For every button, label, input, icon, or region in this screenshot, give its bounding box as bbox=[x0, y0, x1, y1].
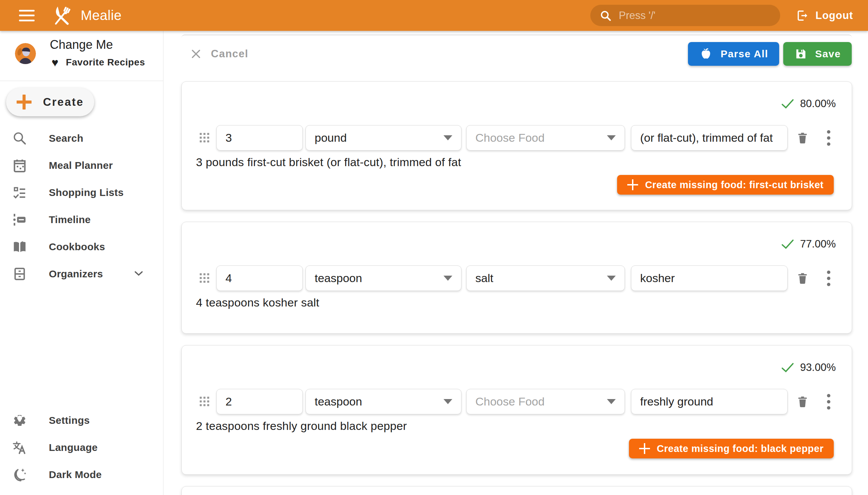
dropdown-arrow-icon bbox=[443, 399, 452, 404]
chevron-down-icon bbox=[132, 267, 146, 281]
cancel-label: Cancel bbox=[211, 48, 249, 60]
unit-select[interactable]: teaspoon bbox=[306, 266, 461, 291]
logout-icon bbox=[796, 9, 809, 22]
note-input[interactable] bbox=[631, 125, 788, 151]
search-icon bbox=[599, 9, 612, 22]
sidebar-item-label: Shopping Lists bbox=[49, 187, 124, 198]
drag-handle-icon[interactable] bbox=[200, 133, 208, 143]
delete-ingredient-button[interactable] bbox=[795, 129, 810, 147]
dropdown-arrow-icon bbox=[607, 135, 616, 140]
floppy-disk-icon bbox=[794, 47, 807, 61]
sidebar-item-shopping-lists[interactable]: Shopping Lists bbox=[0, 179, 163, 206]
favorite-recipes-label: Favorite Recipes bbox=[66, 57, 145, 68]
sidebar-item-label: Meal Planner bbox=[49, 160, 113, 171]
trash-icon bbox=[796, 271, 809, 286]
content-sheet-top-edge bbox=[182, 35, 852, 38]
user-avatar[interactable] bbox=[15, 43, 36, 64]
create-button[interactable]: Create bbox=[6, 88, 94, 116]
sidebar-item-label: Timeline bbox=[49, 214, 91, 225]
fork-knife-logo-icon bbox=[51, 5, 72, 27]
sidebar-item-label: Language bbox=[49, 442, 98, 453]
note-input[interactable] bbox=[631, 389, 788, 414]
parse-all-button[interactable]: Parse All bbox=[688, 42, 779, 66]
sidebar-item-language[interactable]: Language bbox=[0, 434, 163, 461]
food-value: Choose Food bbox=[475, 131, 545, 144]
kebab-dots-icon bbox=[827, 394, 830, 397]
unit-select[interactable]: teaspoon bbox=[306, 389, 461, 414]
check-icon bbox=[781, 97, 795, 111]
sidebar-item-organizers[interactable]: Organizers bbox=[0, 260, 163, 288]
create-button-label: Create bbox=[43, 96, 84, 108]
confidence-value: 93.00% bbox=[800, 361, 836, 374]
check-icon bbox=[781, 237, 795, 251]
food-select[interactable]: Choose Food bbox=[466, 125, 625, 151]
delete-ingredient-button[interactable] bbox=[795, 393, 810, 411]
sidebar-item-search[interactable]: Search bbox=[0, 125, 163, 152]
ingredient-fields-row: teaspoon Choose Food bbox=[182, 389, 852, 414]
drag-handle-icon[interactable] bbox=[200, 273, 208, 284]
food-select[interactable]: salt bbox=[466, 266, 625, 291]
ingredient-card-partial bbox=[182, 486, 852, 495]
save-button[interactable]: Save bbox=[783, 42, 852, 66]
sidebar-item-timeline[interactable]: Timeline bbox=[0, 206, 163, 233]
heart-icon: ♥ bbox=[52, 57, 58, 68]
app-title: Mealie bbox=[81, 8, 122, 23]
sidebar-item-label: Search bbox=[49, 133, 83, 144]
ingredient-menu-button[interactable] bbox=[823, 129, 834, 147]
sidebar-item-dark-mode[interactable]: Dark Mode bbox=[0, 461, 163, 488]
sidebar-item-meal-planner[interactable]: Meal Planner bbox=[0, 152, 163, 179]
trash-icon bbox=[796, 130, 809, 146]
ingredient-card: 93.00% teaspoon Choose Food 2 teaspoons … bbox=[182, 345, 852, 475]
user-name: Change Me bbox=[50, 38, 113, 52]
ingredient-menu-button[interactable] bbox=[823, 393, 834, 411]
confidence-badge: 80.00% bbox=[781, 97, 836, 111]
ingredient-menu-button[interactable] bbox=[823, 270, 834, 287]
logout-button[interactable]: Logout bbox=[796, 9, 853, 22]
close-x-icon bbox=[190, 48, 202, 60]
sidebar-item-label: Dark Mode bbox=[49, 469, 102, 480]
plus-icon bbox=[17, 95, 32, 109]
confidence-badge: 77.00% bbox=[781, 237, 836, 251]
delete-ingredient-button[interactable] bbox=[795, 270, 810, 287]
search-input[interactable] bbox=[619, 10, 771, 22]
sidebar-item-settings[interactable]: Settings bbox=[0, 407, 163, 434]
unit-select[interactable]: pound bbox=[306, 125, 461, 151]
kebab-dots-icon bbox=[827, 130, 830, 134]
create-missing-food-label: Create missing food: black pepper bbox=[657, 443, 823, 454]
food-select[interactable]: Choose Food bbox=[466, 389, 625, 414]
quantity-input[interactable] bbox=[216, 389, 303, 414]
sidebar-item-label: Cookbooks bbox=[49, 241, 105, 253]
hamburger-menu-icon[interactable] bbox=[19, 10, 35, 21]
sidebar-item-label: Settings bbox=[49, 415, 90, 426]
favorite-recipes-link[interactable]: ♥ Favorite Recipes bbox=[52, 57, 145, 68]
cancel-button[interactable]: Cancel bbox=[190, 48, 249, 60]
create-missing-food-button[interactable]: Create missing food: first-cut brisket bbox=[617, 175, 834, 194]
timeline-icon bbox=[12, 211, 28, 228]
original-ingredient-text: 2 teaspoons freshly ground black pepper bbox=[196, 420, 407, 433]
trash-icon bbox=[796, 394, 809, 410]
checklist-icon bbox=[12, 185, 28, 201]
quantity-input[interactable] bbox=[216, 266, 303, 291]
file-cabinet-icon bbox=[12, 266, 28, 282]
sidebar-user-block: Change Me ♥ Favorite Recipes bbox=[0, 31, 163, 81]
confidence-value: 80.00% bbox=[800, 98, 836, 110]
unit-value: pound bbox=[314, 131, 347, 144]
sidebar-divider bbox=[0, 81, 163, 81]
create-missing-food-button[interactable]: Create missing food: black pepper bbox=[629, 439, 834, 458]
quantity-input[interactable] bbox=[216, 125, 303, 151]
magnify-icon bbox=[12, 130, 28, 147]
main-content: Cancel Parse All Save 80.00% bbox=[164, 31, 868, 495]
note-input[interactable] bbox=[631, 266, 788, 291]
logout-label: Logout bbox=[815, 10, 853, 22]
drag-handle-icon[interactable] bbox=[200, 397, 208, 407]
ingredient-card: 80.00% pound Choose Food 3 pounds first-… bbox=[182, 81, 852, 210]
unit-value: teaspoon bbox=[314, 395, 362, 408]
kebab-dots-icon bbox=[827, 271, 830, 274]
dropdown-arrow-icon bbox=[443, 135, 452, 140]
sidebar-item-cookbooks[interactable]: Cookbooks bbox=[0, 233, 163, 260]
dropdown-arrow-icon bbox=[607, 399, 616, 404]
global-search[interactable] bbox=[590, 5, 780, 26]
plus-icon bbox=[639, 443, 650, 454]
calendar-icon bbox=[12, 157, 28, 174]
parser-toolbar: Cancel Parse All Save bbox=[164, 42, 868, 66]
